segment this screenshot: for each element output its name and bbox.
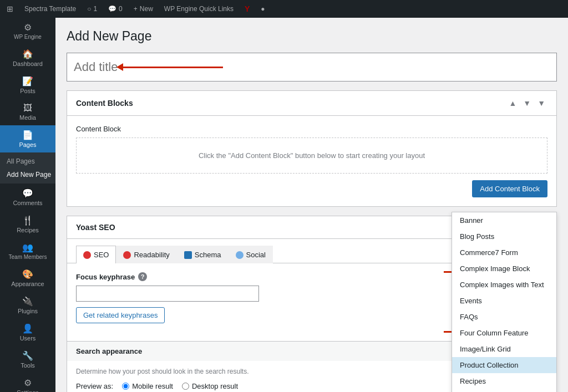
new-label: New: [140, 5, 153, 13]
users-icon: 👤: [22, 323, 33, 334]
mobile-result-radio[interactable]: [122, 383, 129, 390]
sidebar-item-recipes[interactable]: 🍴 Recipes: [0, 211, 55, 238]
sidebar-item-media[interactable]: 🖼 Media: [0, 99, 55, 125]
search-appearance-title: Search appearance: [76, 347, 142, 355]
main-content: Add New Page Content Blocks ▲ ▼ ▼ Conten…: [55, 18, 568, 392]
admin-bar-new[interactable]: + New: [131, 0, 155, 18]
mobile-result-label: Mobile result: [132, 382, 173, 390]
dropdown-item[interactable]: Commerce7 Form: [452, 245, 556, 261]
sidebar-item-posts[interactable]: 📝 Posts: [0, 72, 55, 99]
dot-icon: ●: [261, 5, 265, 13]
sidebar-label-comments: Comments: [13, 200, 42, 206]
content-block-area: Content Block Click the "Add Content Blo…: [67, 116, 556, 206]
new-icon: +: [134, 5, 138, 13]
dropdown-item[interactable]: Simple Carousel: [452, 389, 556, 392]
focus-keyphrase-input[interactable]: [76, 286, 259, 302]
wp-engine-links-label: WP Engine Quick Links: [164, 5, 234, 13]
yoast-tab-readability[interactable]: Readability: [116, 246, 176, 263]
content-block-label: Content Block: [76, 125, 547, 133]
sidebar-item-dashboard[interactable]: 🏠 Dashboard: [0, 44, 55, 72]
site-name-label: Spectra Template: [24, 5, 76, 13]
close-section-button[interactable]: ▼: [535, 98, 547, 109]
content-area-wrapper: Content Blocks ▲ ▼ ▼ Content Block Click…: [67, 90, 557, 392]
appearance-icon: 🎨: [22, 269, 33, 279]
add-block-row: Add Content Block: [76, 180, 547, 197]
wp-logo-icon: ⊞: [7, 4, 13, 13]
dropdown-item[interactable]: Four Column Feature: [452, 325, 556, 341]
sidebar-label-tools: Tools: [21, 362, 35, 369]
yoast-tab-social[interactable]: Social: [229, 246, 273, 263]
admin-bar-site-name[interactable]: Spectra Template: [22, 0, 78, 18]
focus-keyphrase-help-icon[interactable]: ?: [138, 272, 147, 281]
sidebar-label-posts: Posts: [20, 88, 36, 94]
admin-bar-comments[interactable]: 💬 0: [106, 0, 125, 18]
schema-tab-icon: [184, 251, 192, 259]
sidebar-item-appearance[interactable]: 🎨 Appearance: [0, 264, 55, 292]
updates-count: 1: [93, 5, 97, 13]
sidebar-label-recipes: Recipes: [17, 227, 39, 233]
dropdown-item[interactable]: Complex Images with Text: [452, 277, 556, 293]
dropdown-item[interactable]: Events: [452, 293, 556, 309]
content-block-empty-message: Click the "Add Content Block" button bel…: [76, 138, 547, 174]
yoast-tab-schema[interactable]: Schema: [177, 246, 229, 263]
dropdown-item[interactable]: Image/Link Grid: [452, 341, 556, 357]
sidebar-label-dashboard: Dashboard: [13, 60, 43, 67]
pages-submenu: All Pages Add New Page: [0, 152, 55, 184]
content-block-dropdown: BannerBlog PostsCommerce7 FormComplex Im…: [452, 212, 557, 392]
posts-icon: 📝: [22, 76, 33, 86]
yoast-bar-icon: Y: [245, 4, 250, 13]
mobile-result-radio-label[interactable]: Mobile result: [122, 382, 173, 390]
seo-tab-icon: [83, 251, 91, 259]
sidebar-item-comments[interactable]: 💬 Comments: [0, 184, 55, 211]
sidebar-item-team-members[interactable]: 👥 Team Members: [0, 238, 55, 264]
updates-icon: ○: [87, 5, 91, 13]
plugins-icon: 🔌: [22, 296, 33, 307]
sidebar-label-media: Media: [19, 114, 36, 121]
dropdown-item[interactable]: Banner: [452, 212, 556, 228]
readability-tab-icon: [123, 251, 131, 259]
seo-tab-label: SEO: [94, 251, 109, 259]
page-title-input[interactable]: [74, 53, 550, 81]
sidebar-label-appearance: Appearance: [11, 281, 44, 287]
add-content-block-button[interactable]: Add Content Block: [472, 180, 547, 197]
admin-bar-wp-icon[interactable]: ⊞: [4, 0, 16, 18]
related-keyphrases-button[interactable]: Get related keyphrases: [76, 307, 165, 323]
sidebar-item-pages[interactable]: 📄 Pages: [0, 125, 55, 152]
dropdown-item[interactable]: FAQs: [452, 309, 556, 325]
yoast-tab-seo[interactable]: SEO: [76, 246, 116, 263]
tools-icon: 🔧: [22, 350, 33, 361]
collapse-down-button[interactable]: ▼: [521, 98, 533, 109]
sidebar-sub-all-pages[interactable]: All Pages: [0, 155, 55, 168]
admin-bar-wp-engine-links[interactable]: WP Engine Quick Links: [162, 0, 236, 18]
social-tab-icon: [236, 251, 244, 259]
admin-bar-dot[interactable]: ●: [258, 0, 267, 18]
sidebar-item-users[interactable]: 👤 Users: [0, 319, 55, 346]
desktop-result-radio[interactable]: [182, 383, 189, 390]
dropdown-item[interactable]: Complex Image Block: [452, 261, 556, 277]
dropdown-item[interactable]: Product Collection: [452, 357, 556, 373]
content-blocks-controls: ▲ ▼ ▼: [506, 98, 547, 109]
content-blocks-title: Content Blocks: [76, 99, 133, 108]
pages-icon: 📄: [22, 130, 33, 140]
wp-engine-icon: ⚙: [24, 22, 32, 33]
sidebar-item-plugins[interactable]: 🔌 Plugins: [0, 292, 55, 319]
desktop-result-radio-label[interactable]: Desktop result: [182, 382, 238, 390]
settings-icon: ⚙: [24, 378, 32, 388]
admin-bar-updates[interactable]: ○ 1: [85, 0, 99, 18]
yoast-section-title: Yoast SEO: [76, 223, 115, 232]
comments-sidebar-icon: 💬: [22, 188, 33, 198]
sidebar: ⚙ WP Engine 🏠 Dashboard 📝 Posts 🖼 Media …: [0, 18, 55, 392]
collapse-up-button[interactable]: ▲: [506, 98, 519, 109]
sidebar-label-pages: Pages: [19, 141, 36, 148]
sidebar-item-wp-engine[interactable]: ⚙ WP Engine: [0, 18, 55, 44]
dropdown-item[interactable]: Blog Posts: [452, 228, 556, 245]
sidebar-item-settings[interactable]: ⚙ Settings: [0, 373, 55, 392]
recipes-icon: 🍴: [22, 215, 33, 226]
preview-label: Preview as:: [76, 382, 113, 390]
dropdown-item[interactable]: Recipes: [452, 373, 556, 389]
admin-bar-yoast[interactable]: Y: [242, 0, 252, 18]
sidebar-item-tools[interactable]: 🔧 Tools: [0, 346, 55, 373]
social-tab-label: Social: [246, 251, 266, 259]
team-members-icon: 👥: [22, 242, 33, 253]
sidebar-sub-add-new-page[interactable]: Add New Page: [0, 168, 55, 181]
